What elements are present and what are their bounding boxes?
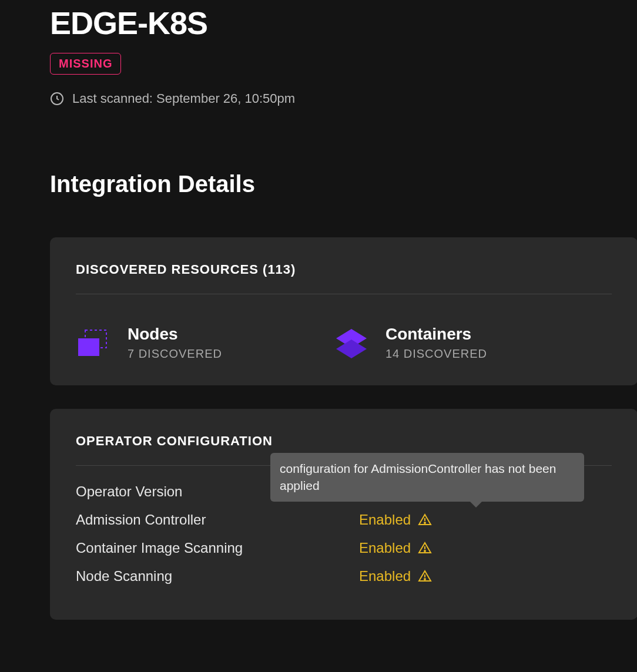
config-value-text: Enabled [359, 512, 411, 528]
resource-item-containers[interactable]: Containers 14 DISCOVERED [334, 325, 487, 361]
status-badge: MISSING [50, 53, 121, 75]
config-row-node-scanning: Node Scanning Enabled [76, 562, 612, 590]
resource-name: Nodes [128, 325, 222, 344]
config-label: Node Scanning [76, 568, 359, 584]
config-label: Admission Controller [76, 512, 359, 528]
config-value-text: Enabled [359, 540, 411, 556]
warning-icon[interactable] [418, 513, 432, 527]
config-value: Enabled [359, 540, 432, 556]
config-value: Enabled [359, 512, 432, 528]
last-scanned-text: Last scanned: September 26, 10:50pm [72, 91, 295, 106]
config-row-admission-controller: Admission Controller Enabled [76, 506, 612, 534]
resource-sub: 14 DISCOVERED [385, 347, 487, 361]
last-scanned-row: Last scanned: September 26, 10:50pm [50, 91, 637, 106]
svg-point-8 [424, 550, 425, 552]
section-title: Integration Details [50, 171, 637, 197]
discovered-resources-title: DISCOVERED RESOURCES (113) [76, 262, 612, 294]
tooltip: configuration for AdmissionController ha… [270, 453, 584, 502]
layers-icon [334, 325, 369, 361]
page-title: EDGE-K8S [50, 5, 637, 41]
svg-rect-2 [78, 338, 99, 356]
clock-icon [50, 92, 64, 106]
resource-sub: 7 DISCOVERED [128, 347, 222, 361]
config-value: Enabled [359, 568, 432, 584]
resource-item-nodes[interactable]: Nodes 7 DISCOVERED [76, 325, 222, 361]
svg-marker-4 [336, 340, 367, 358]
operator-configuration-card: OPERATOR CONFIGURATION configuration for… [50, 409, 637, 620]
warning-icon[interactable] [418, 569, 432, 583]
config-value-text: Enabled [359, 568, 411, 584]
discovered-resources-card: DISCOVERED RESOURCES (113) Nodes 7 DISCO… [50, 237, 637, 385]
nodes-icon [76, 325, 111, 361]
warning-icon[interactable] [418, 541, 432, 555]
svg-point-10 [424, 579, 425, 580]
svg-point-6 [424, 522, 425, 523]
resource-name: Containers [385, 325, 487, 344]
config-row-container-image-scanning: Container Image Scanning Enabled [76, 534, 612, 562]
config-label: Container Image Scanning [76, 540, 359, 556]
